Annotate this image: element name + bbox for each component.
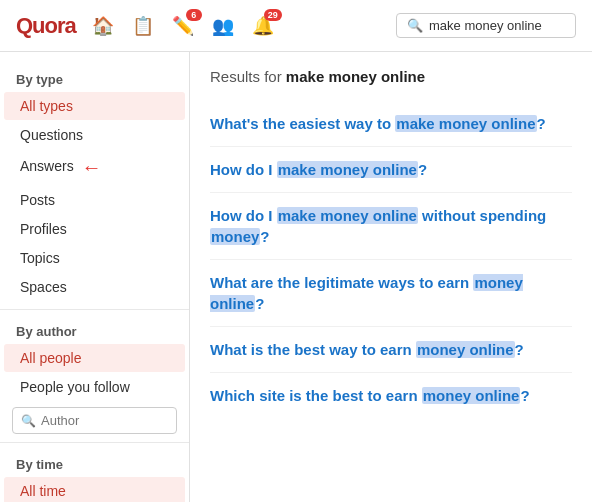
highlight: money online xyxy=(422,387,521,404)
sidebar-item-topics[interactable]: Topics xyxy=(4,244,185,272)
result-item: How do I make money online? xyxy=(210,147,572,193)
highlight: make money online xyxy=(277,161,418,178)
edit-badge: 6 xyxy=(186,9,202,21)
search-icon: 🔍 xyxy=(407,18,423,33)
results-header: Results for make money online xyxy=(210,68,572,85)
result-item: What is the best way to earn money onlin… xyxy=(210,327,572,373)
highlight: money online xyxy=(210,274,523,312)
feed-icon: 📋 xyxy=(132,15,154,37)
logo[interactable]: Quora xyxy=(16,13,76,39)
sidebar-item-spaces[interactable]: Spaces xyxy=(4,273,185,301)
nav-icons: 🏠 📋 ✏️ 6 👥 🔔 29 xyxy=(92,15,380,37)
nav-bell[interactable]: 🔔 29 xyxy=(252,15,274,37)
people-icon: 👥 xyxy=(212,15,234,37)
highlight: money online xyxy=(416,341,515,358)
home-icon: 🏠 xyxy=(92,15,114,37)
author-search-input[interactable] xyxy=(41,413,168,428)
nav-people[interactable]: 👥 xyxy=(212,15,234,37)
result-item: What are the legitimate ways to earn mon… xyxy=(210,260,572,327)
sidebar-divider-2 xyxy=(0,442,189,443)
author-search-box[interactable]: 🔍 xyxy=(12,407,177,434)
arrow-icon: ← xyxy=(82,156,102,179)
result-link-1[interactable]: What's the easiest way to make money onl… xyxy=(210,115,546,132)
sidebar-item-questions[interactable]: Questions xyxy=(4,121,185,149)
search-box[interactable]: 🔍 xyxy=(396,13,576,38)
nav-home[interactable]: 🏠 xyxy=(92,15,114,37)
sidebar-item-people-you-follow[interactable]: People you follow xyxy=(4,373,185,401)
sidebar-divider-1 xyxy=(0,309,189,310)
result-link-6[interactable]: Which site is the best to earn money onl… xyxy=(210,387,530,404)
nav-feed[interactable]: 📋 xyxy=(132,15,154,37)
sidebar-item-all-types[interactable]: All types xyxy=(4,92,185,120)
sidebar-item-answers[interactable]: Answers ← xyxy=(4,150,185,185)
highlight: money xyxy=(210,228,260,245)
result-item: What's the easiest way to make money onl… xyxy=(210,101,572,147)
header: Quora 🏠 📋 ✏️ 6 👥 🔔 29 🔍 xyxy=(0,0,592,52)
result-link-4[interactable]: What are the legitimate ways to earn mon… xyxy=(210,274,523,312)
result-link-2[interactable]: How do I make money online? xyxy=(210,161,427,178)
sidebar-item-all-time[interactable]: All time xyxy=(4,477,185,502)
sidebar: By type All types Questions Answers ← Po… xyxy=(0,52,190,502)
result-link-3[interactable]: How do I make money online without spend… xyxy=(210,207,546,245)
sidebar-item-all-people[interactable]: All people xyxy=(4,344,185,372)
main-layout: By type All types Questions Answers ← Po… xyxy=(0,52,592,502)
byauthor-section-title: By author xyxy=(0,318,189,343)
sidebar-item-posts[interactable]: Posts xyxy=(4,186,185,214)
result-item: Which site is the best to earn money onl… xyxy=(210,373,572,418)
app-root: Quora 🏠 📋 ✏️ 6 👥 🔔 29 🔍 xyxy=(0,0,592,502)
bytime-section-title: By time xyxy=(0,451,189,476)
nav-edit[interactable]: ✏️ 6 xyxy=(172,15,194,37)
highlight: make money online xyxy=(277,207,418,224)
results-query: make money online xyxy=(286,68,425,85)
bytype-section-title: By type xyxy=(0,66,189,91)
result-item: How do I make money online without spend… xyxy=(210,193,572,260)
sidebar-item-profiles[interactable]: Profiles xyxy=(4,215,185,243)
bell-badge: 29 xyxy=(264,9,282,21)
search-input[interactable] xyxy=(429,18,565,33)
result-link-5[interactable]: What is the best way to earn money onlin… xyxy=(210,341,524,358)
search-results: Results for make money online What's the… xyxy=(190,52,592,502)
highlight: make money online xyxy=(395,115,536,132)
author-search-icon: 🔍 xyxy=(21,414,36,428)
